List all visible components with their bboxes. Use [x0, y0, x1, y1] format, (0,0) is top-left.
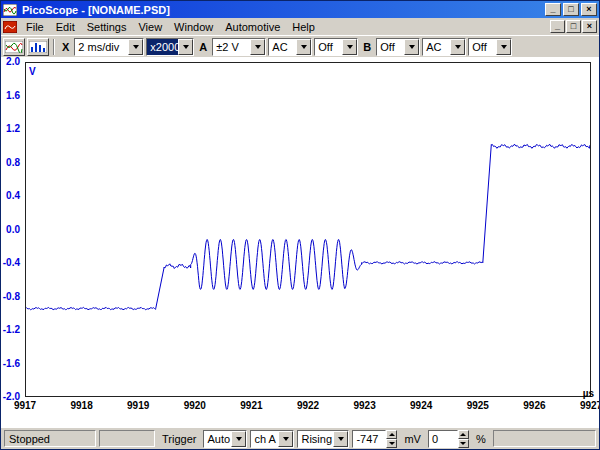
- y-tick-label: -1.6: [3, 359, 20, 369]
- trigger-threshold-input[interactable]: -747: [352, 430, 386, 448]
- timebase-value: 2 ms/div: [75, 39, 128, 55]
- b-coupling-value: AC: [423, 39, 450, 55]
- status-state-panel: Stopped: [4, 430, 96, 447]
- menu-automotive[interactable]: Automotive: [219, 20, 286, 34]
- b-coupling-select[interactable]: AC: [422, 38, 466, 56]
- y-tick-label: 0.8: [6, 158, 20, 168]
- a-coupling-select[interactable]: AC: [268, 38, 312, 56]
- multiplier-select[interactable]: x2000: [146, 38, 194, 56]
- chevron-down-icon[interactable]: [128, 39, 143, 55]
- timebase-select[interactable]: 2 ms/div: [74, 38, 144, 56]
- y-axis-unit: V: [29, 66, 36, 77]
- trigger-channel-value: ch A: [251, 431, 278, 447]
- y-tick-label: 1.2: [6, 124, 20, 134]
- chevron-down-icon[interactable]: [231, 431, 246, 447]
- b-range-select[interactable]: Off: [376, 38, 420, 56]
- spectrum-view-icon[interactable]: [27, 38, 49, 56]
- chevron-down-icon[interactable]: [496, 39, 511, 55]
- title-bar: PicoScope - [NONAME.PSD] _ □ ×: [1, 1, 599, 18]
- app-icon: [3, 4, 17, 16]
- trigger-channel-select[interactable]: ch A: [250, 430, 294, 448]
- x-tick-label: 9917: [14, 400, 36, 412]
- waveform-svg: [26, 63, 590, 396]
- trigger-edge-value: Rising: [298, 431, 333, 447]
- spin-down-icon[interactable]: [386, 439, 397, 448]
- status-state: Stopped: [9, 433, 50, 445]
- chevron-down-icon[interactable]: [178, 39, 193, 55]
- a-mode-value: Off: [315, 39, 342, 55]
- trigger-mode-select[interactable]: Auto: [203, 430, 247, 448]
- window-title: PicoScope - [NONAME.PSD]: [22, 4, 543, 16]
- plot-area[interactable]: V: [25, 62, 591, 397]
- chevron-down-icon[interactable]: [296, 39, 311, 55]
- x-tick-label: 9921: [240, 400, 262, 412]
- chevron-down-icon[interactable]: [250, 39, 265, 55]
- trigger-threshold-stepper[interactable]: -747: [352, 430, 397, 448]
- y-tick-label: 2.0: [6, 57, 20, 67]
- x-tick-label: 9919: [127, 400, 149, 412]
- timebase-x-label: X: [59, 41, 72, 53]
- pretrigger-stepper[interactable]: 0: [428, 430, 469, 448]
- channel-a-label: A: [196, 41, 210, 53]
- a-coupling-value: AC: [269, 39, 296, 55]
- b-mode-select[interactable]: Off: [468, 38, 512, 56]
- trigger-edge-select[interactable]: Rising: [297, 430, 349, 448]
- x-tick-label: 9924: [410, 400, 432, 412]
- menu-window[interactable]: Window: [168, 20, 219, 34]
- status-fill-panel: [493, 430, 596, 447]
- spin-up-icon[interactable]: [458, 430, 469, 439]
- minimize-button[interactable]: _: [545, 3, 561, 16]
- x-tick-label: 9927: [580, 400, 599, 412]
- y-tick-label: 1.6: [6, 91, 20, 101]
- scope-view-icon[interactable]: [3, 38, 25, 56]
- x-tick-label: 9922: [297, 400, 319, 412]
- child-close-button[interactable]: ×: [582, 20, 597, 33]
- a-range-select[interactable]: ±2 V: [212, 38, 266, 56]
- b-mode-value: Off: [469, 39, 496, 55]
- x-tick-label: 9926: [523, 400, 545, 412]
- trigger-label: Trigger: [158, 433, 200, 445]
- a-range-value: ±2 V: [213, 39, 250, 55]
- spin-up-icon[interactable]: [386, 430, 397, 439]
- chevron-down-icon[interactable]: [278, 431, 293, 447]
- threshold-unit-label: mV: [400, 433, 425, 445]
- y-tick-label: -0.8: [3, 292, 20, 302]
- x-axis-labels: 9917991899199920992199229923992499259926…: [25, 400, 591, 412]
- chevron-down-icon[interactable]: [342, 39, 357, 55]
- menu-file[interactable]: File: [20, 20, 50, 34]
- toolbar-separator: [53, 39, 55, 55]
- child-minimize-button[interactable]: _: [550, 20, 565, 33]
- picoscope-window: PicoScope - [NONAME.PSD] _ □ × File Edit…: [0, 0, 600, 450]
- child-restore-button[interactable]: □: [566, 20, 581, 33]
- x-axis-unit: µs: [583, 388, 594, 399]
- y-axis-labels: 2.01.61.20.80.40.0-0.4-0.8-1.2-1.6-2.0: [1, 62, 23, 397]
- menu-settings[interactable]: Settings: [81, 20, 133, 34]
- menu-edit[interactable]: Edit: [50, 20, 81, 34]
- chevron-down-icon[interactable]: [450, 39, 465, 55]
- menu-view[interactable]: View: [132, 20, 168, 34]
- y-tick-label: -0.4: [3, 258, 20, 268]
- y-tick-label: -1.2: [3, 325, 20, 335]
- chevron-down-icon[interactable]: [333, 431, 348, 447]
- x-tick-label: 9918: [70, 400, 92, 412]
- spin-down-icon[interactable]: [458, 439, 469, 448]
- document-icon: [3, 21, 17, 33]
- menu-help[interactable]: Help: [286, 20, 321, 34]
- x-tick-label: 9923: [353, 400, 375, 412]
- status-empty-panel: [99, 430, 155, 447]
- close-button[interactable]: ×: [581, 3, 597, 16]
- a-mode-select[interactable]: Off: [314, 38, 358, 56]
- trigger-mode-value: Auto: [204, 431, 231, 447]
- pretrigger-input[interactable]: 0: [428, 430, 458, 448]
- b-range-value: Off: [377, 39, 404, 55]
- pretrigger-unit-label: %: [472, 433, 490, 445]
- maximize-button[interactable]: □: [563, 3, 579, 16]
- chart-area[interactable]: 2.01.61.20.80.40.0-0.4-0.8-1.2-1.6-2.0 V…: [1, 57, 599, 427]
- toolbar: X 2 ms/div x2000 A ±2 V AC Off B Off AC: [1, 35, 599, 57]
- chevron-down-icon[interactable]: [404, 39, 419, 55]
- menu-bar: File Edit Settings View Window Automotiv…: [1, 18, 599, 35]
- x-tick-label: 9925: [467, 400, 489, 412]
- y-tick-label: 0.0: [6, 225, 20, 235]
- x-tick-label: 9920: [184, 400, 206, 412]
- multiplier-value: x2000: [147, 39, 178, 55]
